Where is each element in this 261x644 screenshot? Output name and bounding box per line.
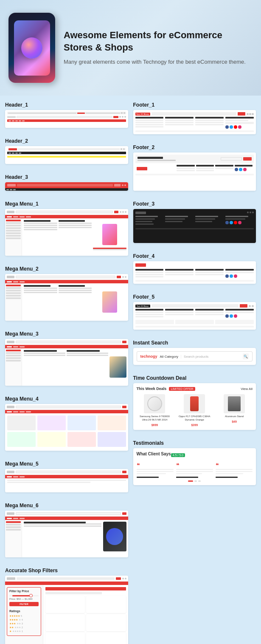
footer5-section: Footer_5 Two Of Many [133, 294, 256, 330]
headphone-decoration: JBL [5, 641, 256, 644]
filter-button[interactable]: FILTER [9, 602, 39, 606]
footer1-label: Footer_1 [133, 102, 256, 108]
hero-section: Awesome Elements for eCommerce Stores & … [0, 0, 261, 96]
testimonials-title: What Client Says [137, 452, 171, 456]
footer2-preview [133, 153, 256, 191]
filter-ratings-title: Ratings [9, 610, 39, 613]
instant-search-section: Instant Search technogy All Category Sea… [133, 340, 256, 365]
instant-search-preview: technogy All Category Search products 🔍 [133, 348, 256, 365]
hero-text: Awesome Elements for eCommerce Stores & … [64, 29, 253, 66]
header2-preview [5, 146, 128, 164]
header3-label: Header_3 [5, 174, 128, 180]
hero-title: Awesome Elements for eCommerce Stores & … [64, 29, 253, 54]
testimonials-label: Testimonials [133, 440, 256, 446]
footer1-preview: Two Of Many [133, 110, 256, 134]
quote-icon-3: ❝ [216, 462, 253, 468]
footer3-section: Footer_3 [133, 201, 256, 243]
countdown-product-2: Oppo F17 CPH2095 C364A Dynamic Orange $3… [176, 394, 213, 427]
quote-icon-2: ❝ [176, 462, 213, 468]
mega-menu6-section: Mega Menu_6 [5, 503, 128, 557]
mega-menu5-label: Mega Menu_5 [5, 461, 128, 467]
countdown-product-3: Aluminum Stand $49 [216, 394, 253, 427]
product-name-3: Aluminum Stand [225, 415, 244, 418]
mega-menu3-section: Mega Menu_3 [5, 331, 128, 386]
countdown-label: Time Countdown Deal [133, 375, 256, 381]
testimonial-card-1: ❝ [137, 462, 174, 478]
footer4-section: Footer_4 [133, 253, 256, 284]
main-content: Header_1 [0, 96, 261, 644]
header1-section: Header_1 [5, 102, 128, 128]
filter-price-title: Filter by Price [9, 590, 39, 593]
footer5-preview: Two Of Many [133, 302, 256, 330]
countdown-preview: This Week Deals LIMITED OFFER View All S… [133, 383, 256, 430]
mega-menu4-preview [5, 404, 128, 451]
countdown-title: This Week Deals [137, 387, 167, 391]
product-price-1: $699 [152, 424, 158, 427]
header3-section: Header_3 [5, 174, 128, 191]
product-name-1: Samsung Series 9 T60000 Ultra-29 56.5 NR… [137, 415, 173, 422]
right-column: Footer_1 Two Of Many [133, 102, 256, 644]
left-column: Header_1 [5, 102, 128, 644]
filter-price-range: Price: $50 — $1,600 [9, 598, 39, 600]
footer3-preview [133, 209, 256, 243]
mega-menu5-section: Mega Menu_5 [5, 461, 128, 492]
filter-star-5: ★★★★★5 [9, 614, 39, 617]
countdown-badge: LIMITED OFFER [169, 387, 195, 391]
two-column-layout: Header_1 [5, 102, 256, 644]
hero-phone-image [8, 13, 55, 83]
header1-preview [5, 110, 128, 128]
testimonial-card-2: ❝ [176, 462, 213, 478]
mega-menu2-label: Mega Menu_2 [5, 266, 128, 272]
quote-icon-1: ❝ [137, 462, 174, 468]
countdown-section: Time Countdown Deal This Week Deals LIMI… [133, 375, 256, 430]
mega-menu2-preview [5, 274, 128, 321]
product-price-2: $399 [191, 424, 198, 427]
search-category[interactable]: All Category [160, 355, 182, 359]
footer2-section: Footer_2 [133, 144, 256, 191]
mega-menu5-preview [5, 469, 128, 492]
testimonials-section: Testimonials What Client Says 4.5 / 5.0 … [133, 440, 256, 485]
shop-filters-label: Accurate Shop Filters [5, 568, 128, 573]
mega-menu2-section: Mega Menu_2 [5, 266, 128, 321]
mega-menu1-label: Mega Menu_1 [5, 201, 128, 207]
search-brand-logo: technogy [140, 354, 157, 359]
search-input-preview[interactable]: Search products [184, 355, 240, 359]
headphone-image: JBL [175, 641, 252, 644]
footer4-label: Footer_4 [133, 253, 256, 259]
mega-menu3-preview [5, 339, 128, 386]
mega-menu3-label: Mega Menu_3 [5, 331, 128, 337]
testimonial-card-3: ❝ [216, 462, 253, 478]
testimonials-preview: What Client Says 4.5 / 5.0 ❝ ❝ [133, 448, 256, 485]
footer5-label: Footer_5 [133, 294, 256, 300]
product-name-2: Oppo F17 CPH2095 C364A Dynamic Orange [176, 415, 213, 422]
shop-filters-section: Accurate Shop Filters [5, 568, 128, 644]
footer2-label: Footer_2 [133, 144, 256, 150]
header3-preview [5, 182, 128, 191]
filter-star-2: ★★★★★2 [9, 626, 39, 629]
mega-menu4-section: Mega Menu_4 [5, 396, 128, 451]
header2-section: Header_2 [5, 138, 128, 164]
filter-star-4: ★★★★★4 [9, 618, 39, 621]
countdown-products: Samsung Series 9 T60000 Ultra-29 56.5 NR… [137, 394, 253, 427]
mega-menu6-label: Mega Menu_6 [5, 503, 128, 508]
countdown-timer: View All [241, 387, 253, 391]
shop-filters-preview: Filter by Price Price: $50 — $1,600 FILT… [5, 576, 128, 644]
footer3-label: Footer_3 [133, 201, 256, 207]
mega-menu4-label: Mega Menu_4 [5, 396, 128, 402]
search-icon[interactable]: 🔍 [243, 353, 249, 359]
filter-star-3: ★★★★★3 [9, 622, 39, 625]
mega-menu1-preview [5, 209, 128, 256]
header1-label: Header_1 [5, 102, 128, 108]
footer4-preview [133, 261, 256, 284]
instant-search-label: Instant Search [133, 340, 256, 346]
hero-description: Many great elements come with Technogy f… [64, 58, 253, 66]
filter-star-1: ★★★★★1 [9, 630, 39, 633]
mega-menu1-section: Mega Menu_1 [5, 201, 128, 256]
footer1-section: Footer_1 Two Of Many [133, 102, 256, 134]
testimonials-rating: 4.5 / 5.0 [171, 453, 185, 457]
countdown-product-1: Samsung Series 9 T60000 Ultra-29 56.5 NR… [137, 394, 173, 427]
product-price-3: $49 [232, 420, 237, 423]
header2-label: Header_2 [5, 138, 128, 144]
mega-menu6-preview [5, 511, 128, 557]
testimonial-cards: ❝ ❝ [137, 462, 253, 478]
